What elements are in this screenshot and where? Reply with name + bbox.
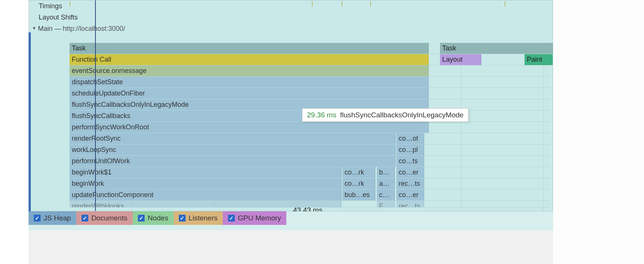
track-timings[interactable]: Timings bbox=[29, 0, 553, 12]
timing-tick bbox=[505, 1, 505, 6]
disclosure-triangle-icon[interactable]: ▼ bbox=[32, 23, 36, 34]
legend-label: Nodes bbox=[148, 214, 168, 222]
tooltip-duration: 29.36 ms bbox=[307, 111, 336, 119]
flame-begin1[interactable]: beginWork$1 bbox=[70, 167, 342, 178]
timing-tick bbox=[70, 1, 70, 6]
flame-onmessage[interactable]: eventSource.onmessage bbox=[70, 65, 429, 76]
flame-function-call[interactable]: Function Call bbox=[70, 54, 429, 65]
legend-label: Documents bbox=[91, 214, 127, 222]
flame-fragment[interactable]: bub…es bbox=[342, 190, 375, 200]
memory-legend-bar: ✓ JS Heap ✓ Documents ✓ Nodes ✓ Listener… bbox=[29, 211, 553, 230]
checkbox-icon[interactable]: ✓ bbox=[138, 215, 145, 222]
flame-task[interactable]: Task bbox=[70, 43, 429, 54]
flame-fragment[interactable]: co…pl bbox=[396, 144, 424, 155]
legend-js-heap[interactable]: ✓ JS Heap bbox=[29, 211, 76, 225]
flame-paint[interactable]: Paint bbox=[525, 54, 553, 65]
left-gutter bbox=[0, 0, 29, 264]
flame-workloop[interactable]: workLoopSync bbox=[70, 144, 396, 155]
checkbox-icon[interactable]: ✓ bbox=[179, 215, 186, 222]
legend-label: JS Heap bbox=[44, 214, 71, 222]
flame-schedule[interactable]: scheduleUpdateOnFiber bbox=[70, 88, 429, 99]
flame-fragment[interactable]: rec…ts bbox=[396, 178, 424, 189]
flame-fragment[interactable]: co…er bbox=[396, 167, 424, 178]
track-main[interactable]: ▼ Main — http://localhost:3000/ bbox=[29, 23, 553, 34]
tooltip-name: flushSyncCallbacksOnlyInLegacyMode bbox=[340, 111, 463, 119]
right-gutter bbox=[553, 0, 644, 264]
flame-fragment[interactable]: F bbox=[377, 201, 395, 208]
flame-fragment[interactable]: co…rk bbox=[342, 178, 375, 189]
legend-nodes[interactable]: ✓ Nodes bbox=[133, 211, 174, 225]
timing-tick bbox=[370, 1, 371, 6]
flame-update-fn[interactable]: updateFunctionComponent bbox=[70, 190, 342, 200]
timing-tick bbox=[342, 1, 342, 6]
flame-unit[interactable]: performUnitOfWork bbox=[70, 156, 396, 167]
legend-gpu-memory[interactable]: ✓ GPU Memory bbox=[223, 211, 286, 225]
flame-render-root[interactable]: renderRootSync bbox=[70, 133, 396, 144]
flame-tooltip: 29.36 ms flushSyncCallbacksOnlyInLegacyM… bbox=[302, 108, 469, 122]
timing-tick bbox=[312, 1, 313, 6]
flame-fragment[interactable]: a… bbox=[377, 178, 395, 189]
main-url: http://localhost:3000/ bbox=[63, 23, 125, 34]
checkbox-icon[interactable]: ✓ bbox=[82, 215, 88, 222]
checkbox-icon[interactable]: ✓ bbox=[228, 215, 235, 222]
flame-chart[interactable]: Task Task T… Function Call Layout Paint … bbox=[70, 43, 550, 211]
legend-listeners[interactable]: ✓ Listeners bbox=[174, 211, 223, 225]
flame-fragment[interactable]: co…er bbox=[396, 190, 424, 200]
flame-begin[interactable]: beginWork bbox=[70, 178, 342, 189]
flame-fragment[interactable]: co…rk bbox=[342, 167, 375, 178]
legend-label: Listeners bbox=[189, 214, 218, 222]
flame-fragment[interactable]: co…ts bbox=[396, 156, 424, 167]
selection-marker[interactable] bbox=[95, 0, 96, 211]
flame-fragment[interactable]: co…ot bbox=[396, 133, 424, 144]
legend-label: GPU Memory bbox=[238, 214, 281, 222]
performance-panel[interactable]: Timings Layout Shifts ▼ Main — http://lo… bbox=[29, 0, 553, 211]
selection-bracket[interactable] bbox=[29, 32, 31, 211]
flame-fragment[interactable]: c… bbox=[377, 190, 395, 200]
main-label: Main — bbox=[38, 23, 61, 34]
flame-fragment[interactable]: b… bbox=[377, 167, 395, 178]
flame-layout[interactable]: Layout bbox=[440, 54, 481, 65]
flame-dispatch[interactable]: dispatchSetState bbox=[70, 77, 429, 88]
flame-fragment[interactable]: rec…ts bbox=[396, 201, 424, 208]
legend-documents[interactable]: ✓ Documents bbox=[76, 211, 133, 225]
memory-legend: ✓ JS Heap ✓ Documents ✓ Nodes ✓ Listener… bbox=[29, 211, 286, 225]
checkbox-icon[interactable]: ✓ bbox=[34, 215, 41, 222]
track-layout-shifts[interactable]: Layout Shifts bbox=[29, 12, 553, 23]
flame-perform-root[interactable]: performSyncWorkOnRoot bbox=[70, 122, 429, 133]
flame-task[interactable]: Task bbox=[440, 43, 553, 54]
